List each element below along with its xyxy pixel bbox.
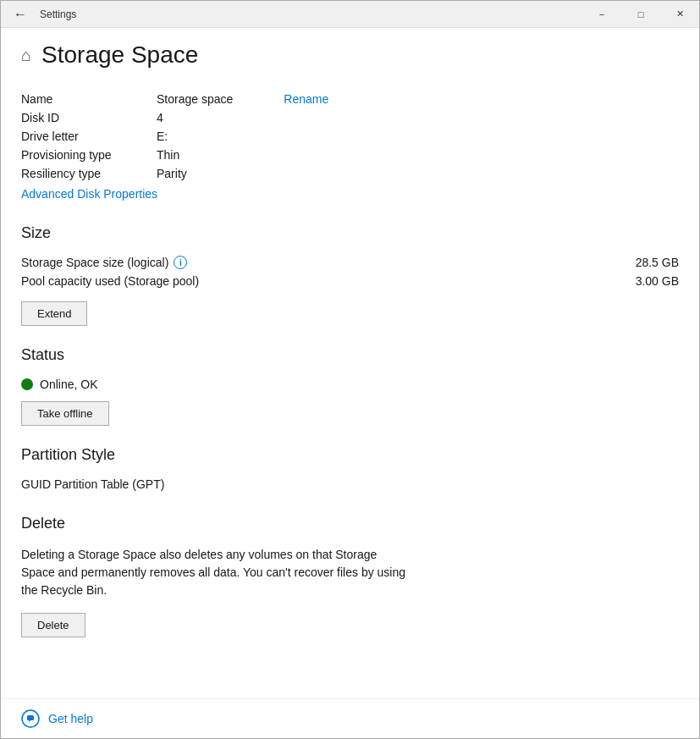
footer: Get help <box>1 698 699 738</box>
diskid-label: Disk ID <box>21 111 157 124</box>
status-section-title: Status <box>21 346 679 364</box>
status-row: Online, OK <box>21 378 679 391</box>
take-offline-button[interactable]: Take offline <box>21 401 109 426</box>
advanced-disk-properties-link[interactable]: Advanced Disk Properties <box>21 187 679 201</box>
pool-size-label: Pool capacity used (Storage pool) <box>21 274 199 288</box>
logical-size-text: Storage Space size (logical) <box>21 256 168 269</box>
get-help-link[interactable]: Get help <box>48 712 93 725</box>
rename-link[interactable]: Rename <box>284 92 328 106</box>
home-icon[interactable]: ⌂ <box>21 46 31 65</box>
maximize-button[interactable]: □ <box>621 1 660 28</box>
drive-letter-value: E: <box>157 130 679 143</box>
name-label: Name <box>21 92 157 106</box>
delete-description: Deleting a Storage Space also deletes an… <box>21 546 411 599</box>
info-icon[interactable]: i <box>174 256 187 269</box>
pool-size-row: Pool capacity used (Storage pool) 3.00 G… <box>21 274 679 288</box>
partition-value: GUID Partition Table (GPT) <box>21 477 679 491</box>
page-header: ⌂ Storage Space <box>21 41 679 69</box>
logical-size-label: Storage Space size (logical) i <box>21 256 187 269</box>
partition-section-title: Partition Style <box>21 446 679 464</box>
resiliency-value: Parity <box>157 167 679 180</box>
chat-icon <box>21 709 40 728</box>
delete-button[interactable]: Delete <box>21 613 85 637</box>
back-button[interactable]: ← <box>8 2 33 27</box>
logical-size-row: Storage Space size (logical) i 28.5 GB <box>21 256 679 269</box>
delete-section-title: Delete <box>21 515 679 532</box>
resiliency-label: Resiliency type <box>21 167 157 180</box>
provisioning-value: Thin <box>157 148 679 162</box>
close-button[interactable]: ✕ <box>660 1 699 28</box>
status-dot-icon <box>21 378 33 390</box>
titlebar-title: Settings <box>40 8 76 20</box>
titlebar-left: ← Settings <box>8 2 76 27</box>
size-table: Storage Space size (logical) i 28.5 GB P… <box>21 256 679 288</box>
titlebar: ← Settings − □ ✕ <box>1 1 699 28</box>
status-text: Online, OK <box>40 378 97 391</box>
name-row: Storage space Rename <box>157 92 679 106</box>
logical-size-value: 28.5 GB <box>636 256 679 269</box>
extend-button[interactable]: Extend <box>21 301 87 326</box>
window: ← Settings − □ ✕ ⌂ Storage Space Name St… <box>0 0 700 739</box>
diskid-value: 4 <box>157 111 679 124</box>
drive-letter-label: Drive letter <box>21 130 157 143</box>
size-section-title: Size <box>21 224 679 242</box>
minimize-button[interactable]: − <box>582 1 621 28</box>
name-value: Storage space <box>157 92 233 106</box>
info-table: Name Storage space Rename Disk ID 4 Driv… <box>21 92 679 180</box>
page-title: Storage Space <box>41 41 198 69</box>
pool-size-value: 3.00 GB <box>636 274 679 288</box>
titlebar-controls: − □ ✕ <box>582 1 699 28</box>
provisioning-label: Provisioning type <box>21 148 157 162</box>
main-content: ⌂ Storage Space Name Storage space Renam… <box>1 28 699 698</box>
